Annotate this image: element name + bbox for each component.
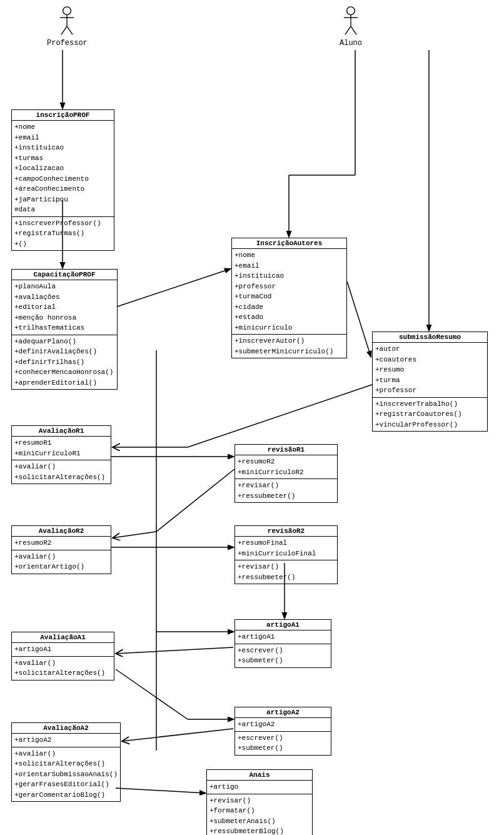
class-methods: +inscreverTrabalho()+registrarCoautores(… — [373, 398, 487, 432]
class-title: inscriçãoPROF — [12, 110, 114, 121]
class-methods: +revisar()+ressubmeter() — [235, 479, 337, 502]
svg-line-23 — [113, 532, 156, 538]
class-avaliacaoa2: AvaliaçãoA2 +artigoA2 +avaliar()+solicit… — [11, 722, 121, 802]
class-revisaor1: revisãoR1 +resumoR2+miniCurrículoR2 +rev… — [234, 444, 338, 503]
svg-line-3 — [61, 26, 67, 35]
class-methods: +avaliar()+solicitarAlterações() +orient… — [12, 747, 120, 802]
class-artigoa1: artigoA1 +artigoA1 +escrever()+submeter(… — [234, 619, 331, 668]
actor-aluno-label: Aluno — [340, 39, 362, 48]
svg-line-9 — [351, 26, 356, 35]
class-attributes: +planoAula+avaliações+editorial +menção … — [12, 280, 117, 335]
class-attributes: +nome+email+instituicao+turmas +localiza… — [12, 121, 114, 217]
class-methods: +revisar()+ressubmeter() — [235, 560, 337, 584]
class-attributes: +artigoA2 — [235, 718, 331, 732]
class-attributes: +artigoA1 — [235, 630, 331, 644]
class-methods: +escrever()+submeter() — [235, 644, 331, 667]
class-avaliacaor2: AvaliaçãoR2 +resumoR2 +avaliar()+orienta… — [11, 525, 111, 574]
class-attributes: +artigoA1 — [12, 643, 114, 657]
svg-line-26 — [116, 647, 233, 654]
class-attributes: +resumoR2 — [12, 537, 111, 550]
class-attributes: +resumoFinal+miniCurrículoFinal — [235, 537, 337, 560]
class-inscricaoprof: inscriçãoPROF +nome+email+instituicao+tu… — [11, 109, 114, 251]
class-title: Anais — [207, 770, 312, 781]
class-title: revisãoR1 — [235, 445, 337, 455]
class-methods: +inscreverProfessor()+registraTurmas()+(… — [12, 217, 114, 251]
svg-line-22 — [156, 469, 234, 532]
class-title: AvaliaçãoA2 — [12, 723, 120, 734]
class-title: InscriçãoAutores — [232, 238, 346, 249]
actor-aluno: Aluno — [340, 6, 362, 48]
class-title: AvaliaçãoR2 — [12, 526, 111, 537]
class-submissaoresumo: submissãoResumo +autor+coautores+resumo+… — [372, 331, 488, 432]
class-title: CapacitaçãoPROF — [12, 270, 117, 280]
class-attributes: +artigo — [207, 781, 312, 794]
svg-line-19 — [188, 385, 372, 447]
class-title: AvaliaçãoA1 — [12, 632, 114, 643]
class-attributes: +resumoR2+miniCurrículoR2 — [235, 455, 337, 479]
class-revisaor2: revisãoR2 +resumoFinal+miniCurrículoFina… — [234, 525, 338, 584]
class-title: artigoA2 — [235, 707, 331, 718]
svg-line-8 — [345, 26, 351, 35]
class-methods: +avaliar()+solicitarAlterações() — [12, 657, 114, 680]
class-artigoa2: artigoA2 +artigoA2 +escrever()+submeter(… — [234, 707, 331, 756]
class-title: AvaliaçãoR1 — [12, 426, 111, 437]
class-inscricaoautores: InscriçãoAutores +nome+email+instituicao… — [231, 238, 347, 358]
class-attributes: +nome+email+instituicao+professor +turma… — [232, 249, 346, 335]
class-title: submissãoResumo — [373, 332, 487, 343]
svg-line-18 — [347, 281, 371, 357]
class-title: artigoA1 — [235, 620, 331, 630]
class-attributes: +autor+coautores+resumo+turma+professor — [373, 343, 487, 398]
class-title: revisãoR2 — [235, 526, 337, 537]
class-anais: Anais +artigo +revisar()+formatar()+subm… — [206, 769, 313, 835]
class-methods: +adequarPlano()+definirAvaliações()+defi… — [12, 335, 117, 390]
svg-line-4 — [67, 26, 73, 35]
class-avaliacaoa1: AvaliaçãoA1 +artigoA1 +avaliar()+solicit… — [11, 632, 114, 681]
svg-line-30 — [116, 788, 205, 793]
class-capacitacaoprof: CapacitaçãoPROF +planoAula+avaliações+ed… — [11, 269, 118, 390]
class-attributes: +resumoR1+miniCurrículoR1 — [12, 437, 111, 460]
class-avaliacaor1: AvaliaçãoR1 +resumoR1+miniCurrículoR1 +a… — [11, 425, 111, 484]
svg-line-27 — [116, 669, 188, 719]
svg-point-5 — [347, 7, 355, 15]
uml-diagram: Professor Aluno inscriçãoPROF +nome+emai… — [0, 0, 504, 835]
class-methods: +escrever()+submeter() — [235, 732, 331, 755]
actor-professor: Professor — [47, 6, 88, 48]
class-methods: +avaliar()+orientarArtigo() — [12, 550, 111, 574]
class-attributes: +artigoA2 — [12, 734, 120, 747]
actor-professor-label: Professor — [47, 39, 88, 48]
class-methods: +avaliar()+solicitarAlterações() — [12, 460, 111, 483]
svg-point-0 — [63, 7, 71, 15]
svg-line-17 — [118, 269, 230, 306]
class-methods: +revisar()+formatar()+submeterAnais()+re… — [207, 794, 312, 836]
svg-line-29 — [122, 729, 233, 741]
class-methods: +inscreverAutor()+submeterMinicurriculo(… — [232, 335, 346, 358]
